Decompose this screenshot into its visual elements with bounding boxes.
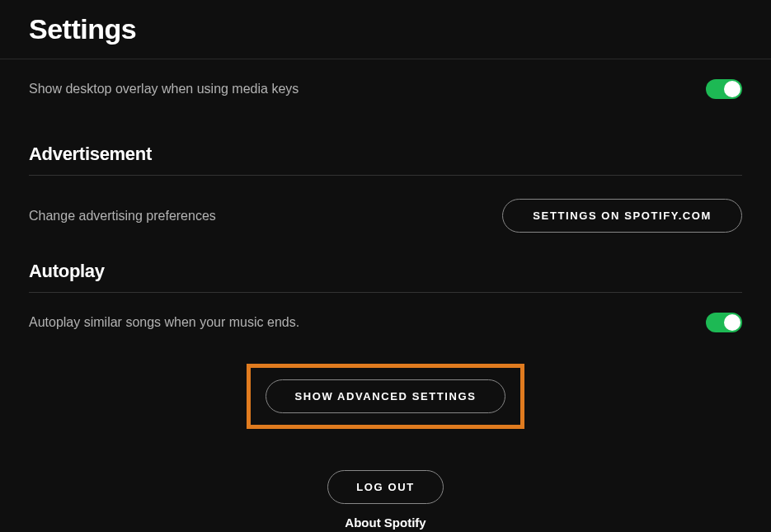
- toggle-knob: [724, 314, 740, 331]
- autoplay-heading: Autoplay: [29, 233, 742, 293]
- advertisement-heading: Advertisement: [29, 115, 742, 176]
- settings-content: Show desktop overlay when using media ke…: [0, 59, 771, 530]
- logout-button[interactable]: LOG OUT: [327, 470, 443, 504]
- overlay-toggle[interactable]: [706, 79, 742, 99]
- spotify-settings-button[interactable]: SETTINGS ON SPOTIFY.COM: [502, 199, 742, 233]
- autoplay-setting-row: Autoplay similar songs when your music e…: [29, 293, 742, 349]
- show-advanced-settings-button[interactable]: SHOW ADVANCED SETTINGS: [266, 379, 505, 413]
- advertisement-label: Change advertising preferences: [29, 209, 216, 224]
- highlight-annotation: SHOW ADVANCED SETTINGS: [247, 364, 524, 429]
- autoplay-toggle[interactable]: [706, 313, 742, 332]
- logout-wrap: LOG OUT: [29, 470, 742, 504]
- footer-buttons: SHOW ADVANCED SETTINGS LOG OUT About Spo…: [29, 349, 742, 530]
- page-title: Settings: [29, 13, 742, 45]
- overlay-setting-row: Show desktop overlay when using media ke…: [29, 59, 742, 115]
- settings-header: Settings: [0, 0, 771, 59]
- autoplay-label: Autoplay similar songs when your music e…: [29, 315, 299, 330]
- about-spotify-link[interactable]: About Spotify: [29, 516, 742, 530]
- overlay-label: Show desktop overlay when using media ke…: [29, 82, 299, 97]
- toggle-knob: [724, 81, 740, 97]
- advertisement-row: Change advertising preferences SETTINGS …: [29, 176, 742, 233]
